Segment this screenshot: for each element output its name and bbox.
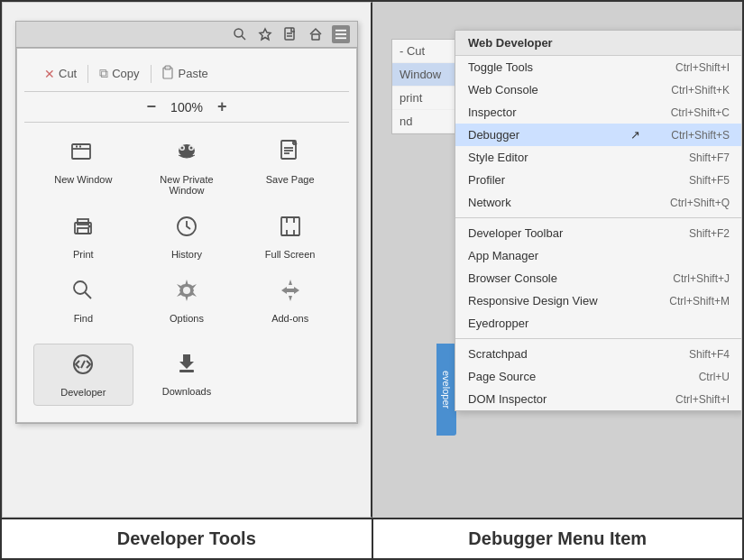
save-page-icon: [278, 139, 303, 170]
style-editor-item[interactable]: Style Editor Shift+F7: [455, 146, 742, 169]
browser-console-item[interactable]: Browser Console Ctrl+Shift+J: [455, 267, 742, 289]
page-icon[interactable]: [281, 25, 299, 43]
addons-label: Add-ons: [271, 313, 308, 324]
cursor-icon: ↗: [630, 128, 640, 142]
developer-toolbar-item[interactable]: Developer Toolbar Shift+F2: [455, 222, 742, 244]
search-icon[interactable]: [231, 25, 249, 43]
right-panel: - Cut Window print nd eveloper Web Devel…: [372, 2, 742, 518]
svg-point-30: [88, 225, 91, 228]
new-window-label: New Window: [54, 174, 112, 185]
toggle-tools-item[interactable]: Toggle Tools Ctrl+Shift+I: [455, 56, 742, 78]
empty-bottom-slot: [240, 344, 340, 406]
debugger-item[interactable]: Debugger ↗ Ctrl+Shift+S: [455, 124, 742, 146]
partial-context-menu: - Cut Window print nd: [391, 39, 464, 134]
downloads-label: Downloads: [162, 386, 211, 397]
new-window-icon: [70, 139, 96, 170]
hamburger-menu-icon[interactable]: [332, 25, 350, 43]
web-developer-submenu: Web Developer Toggle Tools Ctrl+Shift+I …: [455, 30, 742, 411]
history-button[interactable]: History: [137, 207, 237, 267]
new-private-window-button[interactable]: New PrivateWindow: [137, 132, 237, 203]
edit-row: ✕ Cut ⧉ Copy: [24, 56, 349, 92]
find-button[interactable]: Find: [33, 271, 133, 331]
cut-button[interactable]: ✕ Cut: [33, 63, 87, 85]
partial-window-item: Window: [392, 63, 463, 87]
fullscreen-button[interactable]: Full Screen: [240, 207, 340, 267]
svg-rect-29: [78, 228, 88, 234]
svg-point-20: [189, 147, 192, 150]
find-label: Find: [74, 313, 93, 324]
downloads-icon: [174, 351, 199, 382]
fullscreen-label: Full Screen: [265, 249, 316, 260]
svg-rect-40: [179, 370, 194, 372]
paste-button[interactable]: Paste: [152, 61, 219, 86]
svg-line-1: [242, 36, 245, 40]
developer-icon: [70, 352, 96, 383]
bottom-row: Developer Downloads: [24, 340, 349, 415]
developer-strip: eveloper: [436, 344, 456, 436]
history-icon: [174, 214, 199, 245]
svg-line-38: [81, 361, 85, 368]
svg-rect-7: [335, 30, 346, 32]
page-source-item[interactable]: Page Source Ctrl+U: [455, 365, 742, 388]
inspector-item[interactable]: Inspector Ctrl+Shift+C: [455, 101, 742, 124]
svg-line-34: [85, 292, 91, 298]
print-button[interactable]: Print: [33, 207, 133, 267]
eyedropper-item[interactable]: Eyedropper: [455, 312, 742, 335]
responsive-design-item[interactable]: Responsive Design View Ctrl+Shift+M: [455, 289, 742, 312]
new-private-window-label: New PrivateWindow: [160, 174, 213, 196]
network-item[interactable]: Network Ctrl+Shift+Q: [455, 191, 742, 214]
print-icon: [70, 214, 96, 245]
partial-print-item: print: [392, 87, 463, 110]
copy-button[interactable]: ⧉ Copy: [88, 62, 150, 85]
separator-2: [455, 338, 742, 339]
svg-rect-32: [281, 217, 299, 235]
firefox-menu: ✕ Cut ⧉ Copy: [16, 48, 357, 423]
browser-chrome: ✕ Cut ⧉ Copy: [15, 21, 358, 424]
menu-grid-row1: New Window: [24, 123, 349, 340]
partial-nd-item: nd: [392, 110, 463, 133]
toolbar: [16, 22, 357, 48]
svg-point-33: [74, 281, 87, 294]
paste-icon: [162, 65, 175, 82]
developer-label: Developer: [60, 387, 106, 398]
print-label: Print: [73, 249, 94, 260]
cut-icon: ✕: [44, 67, 55, 81]
options-icon: [174, 278, 199, 309]
new-window-button[interactable]: New Window: [33, 132, 133, 203]
footer: Developer Tools Debugger Menu Item: [2, 518, 742, 558]
zoom-in-button[interactable]: +: [217, 97, 227, 116]
find-icon: [70, 278, 96, 309]
svg-point-19: [180, 147, 183, 150]
save-page-button[interactable]: Save Page: [240, 132, 340, 203]
submenu-header: Web Developer: [455, 31, 742, 56]
scratchpad-item[interactable]: Scratchpad Shift+F4: [455, 343, 742, 365]
copy-icon: ⧉: [99, 66, 108, 81]
web-console-item[interactable]: Web Console Ctrl+Shift+K: [455, 78, 742, 101]
star-icon[interactable]: [256, 25, 274, 43]
svg-rect-6: [312, 34, 319, 40]
developer-button[interactable]: Developer: [33, 344, 133, 406]
dom-inspector-item[interactable]: DOM Inspector Ctrl+Shift+I: [455, 388, 742, 410]
options-label: Options: [170, 313, 204, 324]
home-icon[interactable]: [307, 25, 325, 43]
zoom-out-button[interactable]: −: [147, 97, 157, 116]
fullscreen-icon: [278, 214, 303, 245]
left-panel: ✕ Cut ⧉ Copy: [2, 2, 372, 518]
left-caption: Developer Tools: [2, 519, 373, 558]
profiler-item[interactable]: Profiler Shift+F5: [455, 169, 742, 191]
private-window-icon: [174, 139, 199, 170]
zoom-row: − 100% +: [24, 92, 349, 123]
svg-marker-39: [179, 354, 194, 369]
svg-rect-11: [165, 66, 170, 69]
svg-rect-8: [335, 33, 346, 35]
svg-point-36: [183, 287, 190, 294]
app-manager-item[interactable]: App Manager: [455, 244, 742, 267]
right-caption: Debugger Menu Item: [373, 519, 743, 558]
history-label: History: [171, 249, 202, 260]
save-page-label: Save Page: [266, 174, 315, 185]
addons-icon: [278, 278, 303, 309]
addons-button[interactable]: Add-ons: [240, 271, 340, 331]
downloads-button[interactable]: Downloads: [137, 344, 237, 406]
options-button[interactable]: Options: [137, 271, 237, 331]
svg-rect-9: [335, 37, 346, 39]
